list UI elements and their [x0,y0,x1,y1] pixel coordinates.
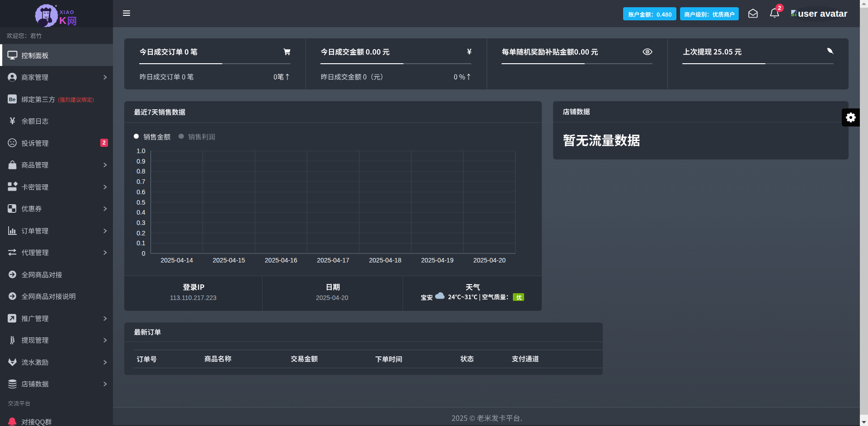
svg-text:0.4: 0.4 [136,209,145,216]
svg-text:0.7: 0.7 [136,178,145,185]
svg-text:0.8: 0.8 [136,168,145,175]
svg-text:0.9: 0.9 [136,158,145,165]
svg-text:2025-04-15: 2025-04-15 [213,257,245,264]
svg-text:0.1: 0.1 [136,239,145,247]
svg-text:0.5: 0.5 [136,199,145,206]
svg-text:2025-04-20: 2025-04-20 [473,257,506,264]
svg-text:0: 0 [142,250,145,257]
svg-text:0.3: 0.3 [136,219,145,226]
svg-text:1.0: 1.0 [136,147,145,154]
svg-text:2025-04-16: 2025-04-16 [265,257,297,264]
svg-text:2025-04-14: 2025-04-14 [160,257,193,264]
svg-text:2025-04-17: 2025-04-17 [317,257,349,264]
svg-text:2025-04-18: 2025-04-18 [369,257,402,264]
svg-text:Be: Be [9,97,16,102]
svg-text:0.2: 0.2 [136,229,145,237]
svg-text:0.6: 0.6 [136,188,145,196]
svg-text:2025-04-19: 2025-04-19 [421,257,454,264]
